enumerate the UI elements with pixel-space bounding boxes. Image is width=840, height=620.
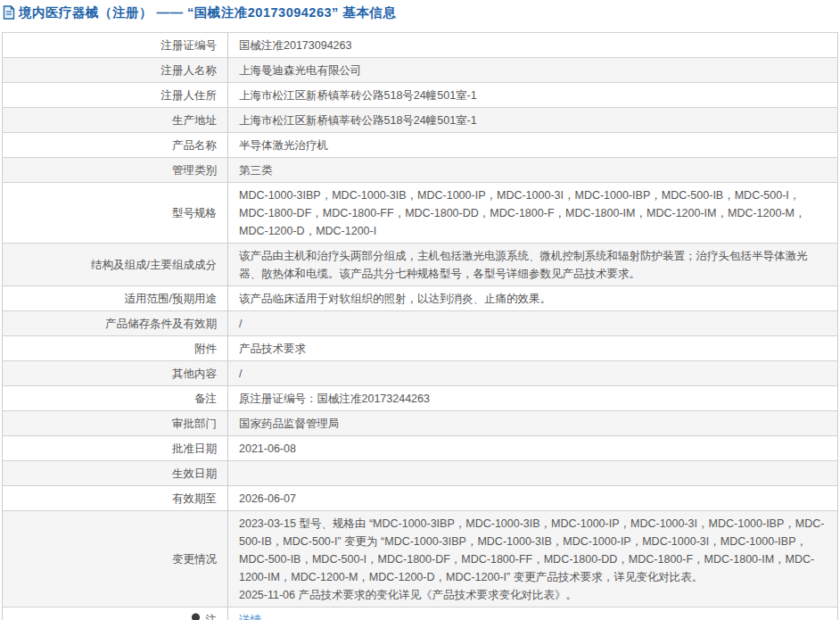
row-label: 管理类别: [172, 164, 217, 177]
row-value: 2021-06-08: [239, 442, 296, 455]
row-value-cell: 第三类: [228, 158, 838, 183]
page-header: 境内医疗器械（注册） —— “国械注准20173094263” 基本信息: [0, 0, 840, 21]
row-label-cell: 适用范围/预期用途: [3, 286, 228, 311]
row-label: 有效期至: [172, 492, 217, 505]
row-label: 生效日期: [172, 467, 217, 480]
row-value-cell: 半导体激光治疗机: [228, 133, 838, 158]
row-label: 注册人名称: [161, 64, 218, 77]
row-value-cell: 该产品由主机和治疗头两部分组成，主机包括激光电源系统、微机控制系统和辐射防护装置…: [228, 244, 838, 286]
row-label-cell: 产品储存条件及有效期: [3, 311, 228, 336]
document-icon: [3, 5, 15, 20]
row-label-cell: 生产地址: [3, 108, 228, 133]
details-link[interactable]: 详情: [239, 614, 261, 620]
table-row: 产品名称 半导体激光治疗机: [3, 133, 838, 158]
table-row: 产品储存条件及有效期 /: [3, 311, 838, 336]
row-label: 产品储存条件及有效期: [105, 318, 217, 330]
page: 境内医疗器械（注册） —— “国械注准20173094263” 基本信息 注册证…: [0, 0, 840, 620]
table-row: 批准日期 2021-06-08: [3, 436, 838, 461]
row-value-cell: 2023-03-15 型号、规格由 “MDC-1000-3IBP，MDC-100…: [228, 511, 838, 608]
table-row: 生产地址 上海市松江区新桥镇莘砖公路518号24幢501室-1: [3, 108, 838, 133]
table-row: 其他内容 /: [3, 361, 838, 386]
row-value-cell: /: [228, 361, 838, 386]
row-value: 该产品临床适用于对软组织的照射，以达到消炎、止痛的效果。: [239, 293, 551, 305]
row-label: 注: [206, 614, 218, 620]
row-label: 注册人住所: [161, 89, 218, 102]
row-label-cell: 变更情况: [3, 511, 228, 608]
row-label-cell: 结构及组成/主要组成成分: [3, 244, 228, 286]
table-row: 备注 原注册证编号：国械注准20173244263: [3, 386, 838, 411]
row-value-cell: 国械注准20173094263: [228, 33, 838, 58]
row-label: 适用范围/预期用途: [125, 293, 217, 305]
row-value-cell: 国家药品监督管理局: [228, 411, 838, 436]
row-label: 附件: [194, 343, 217, 355]
row-value: 产品技术要求: [239, 343, 306, 355]
row-label: 审批部门: [172, 417, 217, 430]
row-value: 国械注准20173094263: [239, 39, 351, 52]
row-label-cell: 注册证编号: [3, 33, 228, 58]
row-label-cell: 备注: [3, 386, 228, 411]
row-label-cell: 有效期至: [3, 486, 228, 511]
table-row: 变更情况 2023-03-15 型号、规格由 “MDC-1000-3IBP，MD…: [3, 511, 838, 608]
row-value-cell: 上海曼迪森光电有限公司: [228, 58, 838, 83]
table-row: 结构及组成/主要组成成分 该产品由主机和治疗头两部分组成，主机包括激光电源系统、…: [3, 244, 838, 286]
row-value-cell: 上海市松江区新桥镇莘砖公路518号24幢501室-1: [228, 83, 838, 108]
row-label-cell: 生效日期: [3, 461, 228, 486]
table-row: 适用范围/预期用途 该产品临床适用于对软组织的照射，以达到消炎、止痛的效果。: [3, 286, 838, 311]
registration-info-table: 注册证编号 国械注准20173094263 注册人名称 上海曼迪森光电有限公司: [2, 32, 838, 620]
row-value: 半导体激光治疗机: [239, 139, 328, 152]
row-value: /: [239, 368, 242, 380]
row-value-cell: 上海市松江区新桥镇莘砖公路518号24幢501室-1: [228, 108, 838, 133]
row-value: MDC-1000-3IBP，MDC-1000-3IB，MDC-1000-IP，M…: [239, 189, 806, 237]
row-label: 产品名称: [172, 139, 217, 152]
table-row: 注册证编号 国械注准20173094263: [3, 33, 838, 58]
row-value-cell: MDC-1000-3IBP，MDC-1000-3IB，MDC-1000-IP，M…: [228, 183, 838, 244]
page-title: 境内医疗器械（注册） —— “国械注准20173094263” 基本信息: [19, 4, 396, 21]
table-row: 审批部门 国家药品监督管理局: [3, 411, 838, 436]
row-value-cell: 2026-06-07: [228, 486, 838, 511]
row-label-cell: 型号规格: [3, 183, 228, 244]
row-value: /: [239, 318, 242, 330]
row-value-cell: 2021-06-08: [228, 436, 838, 461]
row-value-cell: 原注册证编号：国械注准20173244263: [228, 386, 838, 411]
row-label: 变更情况: [172, 553, 217, 566]
row-label: 备注: [194, 393, 217, 405]
row-label: 其他内容: [172, 368, 217, 380]
table-row: 生效日期: [3, 461, 838, 486]
row-label: 结构及组成/主要组成成分: [91, 259, 217, 271]
row-label: 批准日期: [172, 442, 217, 455]
row-value: 2026-06-07: [239, 492, 296, 505]
row-value-cell: 该产品临床适用于对软组织的照射，以达到消炎、止痛的效果。: [228, 286, 838, 311]
row-value-cell: 产品技术要求: [228, 336, 838, 361]
table-row: 管理类别 第三类: [3, 158, 838, 183]
row-label: 注册证编号: [161, 39, 218, 52]
row-value: 国家药品监督管理局: [239, 417, 340, 430]
row-label-cell: 附件: [3, 336, 228, 361]
row-value-cell: [228, 461, 838, 486]
row-label-cell: 其他内容: [3, 361, 228, 386]
row-value: 上海市松江区新桥镇莘砖公路518号24幢501室-1: [239, 89, 477, 102]
row-value: 2023-03-15 型号、规格由 “MDC-1000-3IBP，MDC-100…: [239, 517, 824, 601]
row-label-cell: 管理类别: [3, 158, 228, 183]
table-row: 有效期至 2026-06-07: [3, 486, 838, 511]
row-label-cell: 注: [3, 608, 228, 620]
row-label-cell: 注册人住所: [3, 83, 228, 108]
row-value-cell: /: [228, 311, 838, 336]
row-value: 上海市松江区新桥镇莘砖公路518号24幢501室-1: [239, 114, 477, 127]
table-row: 注 详情: [3, 608, 838, 620]
row-value: 该产品由主机和治疗头两部分组成，主机包括激光电源系统、微机控制系统和辐射防护装置…: [239, 250, 808, 280]
table-row: 注册人名称 上海曼迪森光电有限公司: [3, 58, 838, 83]
row-value-cell: 详情: [228, 608, 838, 620]
row-label-cell: 批准日期: [3, 436, 228, 461]
table-row: 型号规格 MDC-1000-3IBP，MDC-1000-3IB，MDC-1000…: [3, 183, 838, 244]
row-label: 生产地址: [172, 114, 217, 127]
row-value: 上海曼迪森光电有限公司: [239, 64, 362, 77]
row-label-cell: 审批部门: [3, 411, 228, 436]
table-row: 附件 产品技术要求: [3, 336, 838, 361]
row-label: 型号规格: [172, 207, 217, 219]
table-row: 注册人住所 上海市松江区新桥镇莘砖公路518号24幢501室-1: [3, 83, 838, 108]
row-value: 第三类: [239, 164, 273, 177]
row-label-cell: 注册人名称: [3, 58, 228, 83]
row-label-cell: 产品名称: [3, 133, 228, 158]
row-value: 原注册证编号：国械注准20173244263: [239, 393, 430, 405]
note-balloon-icon: [191, 612, 201, 620]
